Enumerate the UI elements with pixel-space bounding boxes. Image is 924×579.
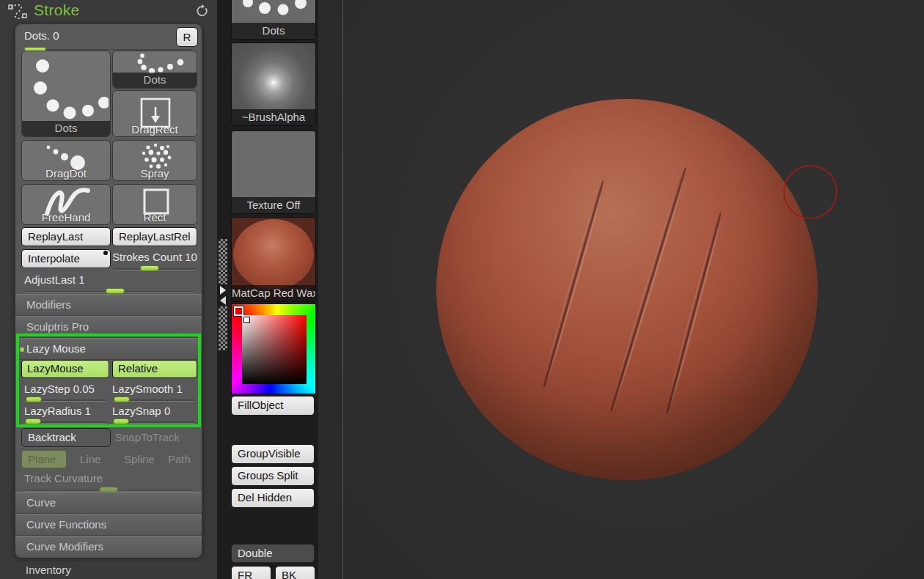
sculpted-sphere bbox=[436, 99, 818, 480]
slider-thumb[interactable] bbox=[106, 288, 125, 294]
stroke-type-label: DragRect bbox=[113, 123, 197, 136]
plane-button[interactable]: Plane bbox=[21, 450, 67, 468]
stroke-type-label: Rect bbox=[113, 211, 197, 224]
zbrush-window: Stroke Dots. 0 R bbox=[0, 0, 924, 579]
lazy-mouse-open-dot bbox=[20, 347, 24, 352]
tray-collapse-left-icon[interactable] bbox=[220, 296, 226, 305]
stroke-palette-icon bbox=[7, 2, 28, 21]
relative-toggle[interactable]: Relative bbox=[112, 360, 197, 378]
replay-last-button[interactable]: ReplayLast bbox=[21, 227, 111, 246]
stroke-panel: Dots. 0 R Dots bbox=[15, 23, 202, 557]
restore-button[interactable]: R bbox=[176, 27, 198, 47]
current-alpha-label: ~BrushAlpha bbox=[232, 109, 315, 125]
section-label: Curve Functions bbox=[26, 518, 106, 531]
double-toggle[interactable]: Double bbox=[231, 544, 315, 563]
track-curvature-label: Track Curvature bbox=[24, 472, 103, 484]
stroke-type-label: Dots bbox=[22, 121, 110, 136]
stroke-type-dragrect[interactable]: DragRect bbox=[112, 90, 197, 137]
section-label: Curve bbox=[26, 496, 56, 509]
stroke-type-rect[interactable]: Rect bbox=[112, 184, 197, 225]
groups-split-button[interactable]: Groups Split bbox=[231, 466, 315, 486]
stroke-type-dragdot[interactable]: DragDot bbox=[21, 140, 111, 181]
saturation-value-cursor[interactable] bbox=[243, 317, 250, 323]
lazy-snap-label: LazySnap 0 bbox=[112, 405, 170, 417]
replay-last-rel-button[interactable]: ReplayLastRel bbox=[112, 227, 197, 246]
tray-grip[interactable] bbox=[219, 306, 227, 350]
fill-object-button[interactable]: FillObject bbox=[231, 396, 315, 416]
section-lazy-mouse[interactable]: Lazy Mouse bbox=[15, 338, 202, 360]
current-texture-label: Texture Off bbox=[232, 197, 315, 213]
palette-title: Stroke bbox=[34, 1, 80, 19]
stroke-type-label: Dots bbox=[113, 73, 197, 88]
current-alpha-tile[interactable]: ~BrushAlpha bbox=[231, 43, 316, 126]
brush-cursor-circle bbox=[783, 165, 837, 219]
current-material-label: MatCap Red Wax bbox=[232, 285, 315, 301]
stroke-type-label: DragDot bbox=[22, 167, 110, 180]
current-stroke-tile[interactable]: Dots bbox=[231, 0, 316, 40]
sculpt-canvas[interactable] bbox=[343, 0, 924, 579]
backtrack-button[interactable]: Backtrack bbox=[21, 428, 111, 447]
stroke-type-dots-small[interactable]: Dots bbox=[112, 51, 197, 89]
palette-header: Stroke bbox=[7, 1, 213, 22]
lazy-radius-slider[interactable]: LazyRadius 1 bbox=[24, 405, 109, 429]
line-button[interactable]: Line bbox=[80, 453, 100, 465]
slider-thumb[interactable] bbox=[26, 397, 42, 402]
spline-button[interactable]: Spline bbox=[124, 453, 155, 465]
matcap-sphere-thumbnail bbox=[233, 219, 314, 290]
fr-button[interactable]: FR bbox=[231, 566, 271, 579]
section-curve-functions[interactable]: Curve Functions bbox=[15, 514, 202, 536]
lazy-smooth-label: LazySmooth 1 bbox=[112, 383, 183, 395]
strokes-count-label: Strokes Count 10 bbox=[112, 251, 197, 263]
section-curve[interactable]: Curve bbox=[15, 492, 202, 514]
stroke-type-spray[interactable]: Spray bbox=[112, 140, 197, 181]
stroke-type-freehand[interactable]: FreeHand bbox=[21, 184, 111, 225]
current-texture-tile[interactable]: Texture Off bbox=[231, 130, 316, 214]
bk-button[interactable]: BK bbox=[275, 566, 315, 579]
lazymouse-toggle[interactable]: LazyMouse bbox=[21, 360, 109, 378]
section-label: Lazy Mouse bbox=[26, 342, 86, 355]
section-curve-modifiers[interactable]: Curve Modifiers bbox=[15, 536, 202, 558]
lazy-radius-label: LazyRadius 1 bbox=[24, 405, 91, 417]
path-button[interactable]: Path bbox=[168, 453, 191, 465]
stroke-type-label: FreeHand bbox=[22, 211, 110, 224]
stroke-type-dots-large[interactable]: Dots bbox=[21, 51, 111, 137]
restore-configuration-icon[interactable] bbox=[194, 4, 209, 18]
tray-expand-right-icon[interactable] bbox=[220, 286, 226, 295]
lazy-smooth-slider[interactable]: LazySmooth 1 bbox=[112, 383, 199, 407]
del-hidden-button[interactable]: Del Hidden bbox=[231, 488, 315, 508]
slider-thumb[interactable] bbox=[140, 265, 159, 271]
tray-gap bbox=[318, 0, 342, 579]
lazy-step-label: LazyStep 0.05 bbox=[24, 383, 95, 395]
slider-thumb[interactable] bbox=[113, 418, 129, 424]
interpolate-button[interactable]: Interpolate bbox=[21, 249, 111, 268]
current-material-tile[interactable]: MatCap Red Wax bbox=[231, 217, 316, 302]
lazy-step-slider[interactable]: LazyStep 0.05 bbox=[24, 383, 109, 407]
section-label: Curve Modifiers bbox=[26, 540, 103, 553]
tray-grip[interactable] bbox=[219, 239, 227, 284]
adjust-last-label: AdjustLast 1 bbox=[24, 273, 85, 286]
stroke-palette-region: Stroke Dots. 0 R bbox=[0, 0, 217, 579]
group-visible-button[interactable]: GroupVisible bbox=[231, 444, 315, 464]
saturation-value-square[interactable] bbox=[242, 315, 307, 384]
section-modifiers[interactable]: Modifiers bbox=[15, 294, 202, 316]
stroke-type-label: Spray bbox=[113, 167, 197, 180]
section-sculptris-pro[interactable]: Sculptris Pro bbox=[15, 316, 202, 338]
interpolate-mode-dot bbox=[103, 251, 108, 255]
slider-thumb[interactable] bbox=[114, 397, 130, 402]
section-label: Sculptris Pro bbox=[26, 320, 89, 333]
current-stroke-label: Dots bbox=[232, 23, 315, 39]
stroke-curve-slider-label: Dots. 0 bbox=[24, 29, 59, 42]
section-label: Modifiers bbox=[26, 298, 71, 311]
inventory-label: Inventory bbox=[26, 564, 71, 576]
color-picker[interactable] bbox=[231, 303, 316, 394]
slider-thumb[interactable] bbox=[25, 418, 41, 424]
lazy-snap-slider[interactable]: LazySnap 0 bbox=[112, 405, 199, 429]
left-tray: Dots ~BrushAlpha Texture Off MatCap Red … bbox=[217, 0, 318, 579]
snap-to-track-button[interactable]: SnapToTrack bbox=[115, 431, 180, 443]
